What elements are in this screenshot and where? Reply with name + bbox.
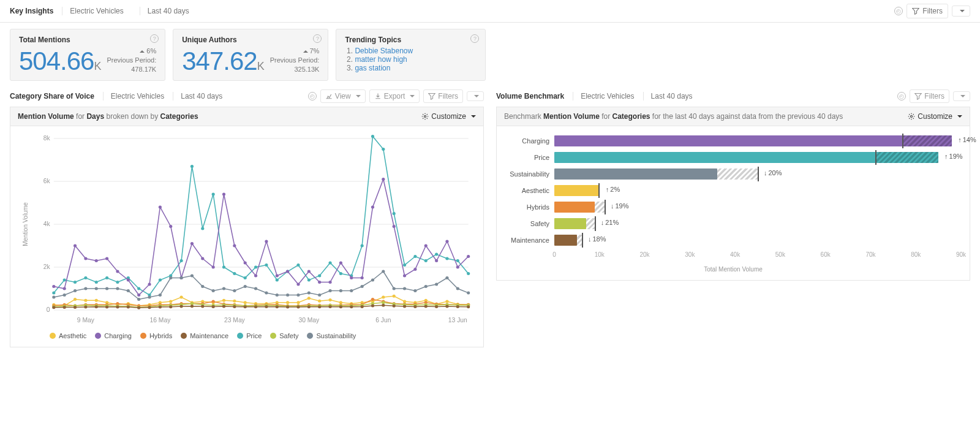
svg-point-293: [424, 305, 428, 308]
svg-point-87: [361, 276, 364, 279]
card-label: Total Mentions: [19, 36, 156, 44]
legend-label: Price: [246, 332, 262, 339]
legend-swatch: [95, 333, 101, 339]
legend-item[interactable]: Maintenance: [181, 332, 228, 339]
svg-point-118: [265, 291, 268, 294]
customize-button[interactable]: Customize: [421, 112, 476, 121]
svg-point-101: [84, 287, 87, 290]
benchmark-bar: ↑19%: [554, 152, 961, 163]
svg-point-49: [382, 148, 385, 151]
clock-icon[interactable]: ◴: [308, 92, 317, 100]
legend-swatch: [181, 333, 187, 339]
svg-point-163: [318, 299, 321, 302]
benchmark-bar: ↓21%: [554, 218, 961, 229]
svg-point-261: [84, 305, 87, 308]
svg-point-62: [95, 259, 98, 262]
clock-icon[interactable]: ◴: [897, 92, 906, 100]
view-button[interactable]: View: [320, 89, 366, 103]
benchmark-bar: ↓19%: [554, 202, 961, 213]
legend-item[interactable]: Charging: [95, 332, 132, 339]
benchmark-label: Price: [505, 154, 554, 161]
customize-button[interactable]: Customize: [908, 112, 962, 121]
legend-item[interactable]: Aesthetic: [50, 332, 86, 339]
legend-item[interactable]: Price: [237, 332, 262, 339]
breadcrumb: Electric Vehicles: [62, 7, 130, 15]
legend-swatch: [140, 333, 146, 339]
trending-link[interactable]: Debbie Stabenow: [355, 47, 413, 55]
svg-point-71: [190, 242, 194, 245]
svg-point-81: [296, 282, 300, 286]
filters-button[interactable]: Filters: [907, 4, 948, 18]
svg-point-56: [456, 259, 459, 262]
benchmark-label: Maintenance: [505, 237, 554, 244]
benchmark-bar: ↑14%: [554, 135, 961, 146]
svg-point-30: [180, 259, 183, 262]
svg-point-35: [233, 272, 236, 275]
benchmark-row: Aesthetic ↑2%: [505, 185, 961, 196]
svg-point-156: [244, 301, 247, 304]
trending-link[interactable]: gas station: [355, 64, 390, 72]
export-button[interactable]: Export: [369, 89, 420, 103]
svg-point-286: [350, 305, 353, 308]
benchmark-bar: ↓18%: [554, 235, 961, 246]
info-icon[interactable]: ?: [313, 34, 322, 43]
svg-point-43: [318, 274, 321, 277]
legend-label: Safety: [279, 332, 298, 339]
svg-point-55: [445, 257, 448, 260]
svg-point-126: [350, 289, 353, 292]
svg-point-123: [318, 293, 321, 297]
svg-point-132: [413, 289, 417, 292]
svg-point-45: [339, 272, 342, 275]
svg-point-141: [84, 298, 87, 301]
svg-text:6k: 6k: [43, 178, 51, 184]
filters-button[interactable]: Filters: [910, 89, 949, 103]
svg-point-19: [63, 278, 66, 281]
svg-point-266: [137, 306, 140, 309]
info-icon[interactable]: ?: [470, 34, 479, 43]
legend-item[interactable]: Safety: [270, 332, 298, 339]
svg-point-96: [456, 265, 459, 268]
filters-button[interactable]: Filters: [423, 89, 463, 103]
legend-item[interactable]: Hybrids: [140, 332, 172, 339]
svg-point-99: [63, 293, 66, 297]
svg-point-129: [382, 270, 385, 273]
legend-item[interactable]: Sustainability: [307, 332, 356, 339]
svg-text:4k: 4k: [43, 221, 51, 227]
chart-legend: AestheticChargingHybridsMaintenancePrice…: [19, 328, 475, 339]
clock-icon[interactable]: ◴: [894, 7, 903, 15]
svg-point-66: [137, 293, 140, 297]
svg-point-137: [467, 291, 470, 294]
breadcrumb: Last 40 days: [173, 92, 222, 100]
overflow-chevron[interactable]: [952, 6, 970, 17]
svg-point-291: [403, 305, 406, 308]
overflow-chevron[interactable]: [953, 91, 970, 101]
svg-point-98: [52, 295, 55, 298]
svg-point-268: [159, 305, 162, 308]
svg-point-294: [435, 305, 438, 308]
svg-point-26: [137, 287, 140, 290]
svg-point-262: [95, 305, 98, 308]
svg-point-124: [328, 289, 331, 292]
svg-text:9 May: 9 May: [77, 317, 95, 324]
svg-point-260: [74, 305, 77, 308]
overflow-chevron[interactable]: [467, 91, 484, 101]
legend-label: Hybrids: [149, 332, 172, 339]
delta-label: ↓21%: [598, 219, 619, 226]
svg-point-285: [339, 305, 342, 308]
svg-point-259: [63, 305, 66, 308]
svg-point-289: [382, 303, 385, 306]
svg-text:30 May: 30 May: [298, 317, 320, 324]
benchmark-row: Safety ↓21%: [505, 218, 961, 229]
svg-point-297: [467, 305, 470, 308]
svg-point-288: [371, 304, 374, 307]
svg-point-18: [52, 291, 55, 294]
trending-link[interactable]: matter how high: [355, 55, 407, 64]
card-label: Trending Topics: [345, 36, 477, 44]
svg-point-131: [403, 287, 406, 290]
svg-point-47: [361, 244, 364, 247]
svg-point-122: [307, 291, 311, 294]
info-icon[interactable]: ?: [150, 34, 159, 43]
svg-point-107: [148, 295, 151, 298]
svg-point-134: [435, 282, 438, 286]
legend-label: Maintenance: [190, 332, 228, 339]
